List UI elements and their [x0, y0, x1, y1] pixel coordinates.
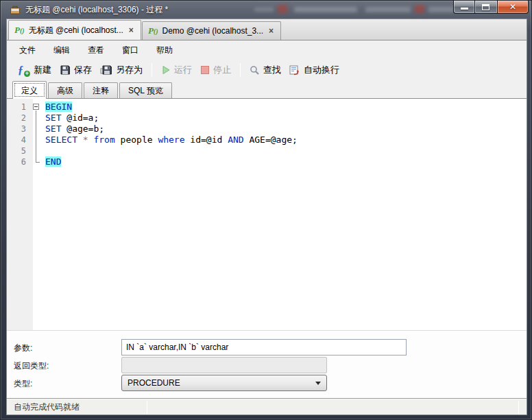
tab-comment[interactable]: 注释 — [84, 82, 118, 98]
status-bar: 自动完成代码就绪 — [7, 398, 527, 415]
function-new-icon: ƒ+ — [18, 65, 30, 76]
line-number: 1 — [7, 102, 33, 113]
type-dropdown[interactable]: PROCEDURE — [121, 375, 327, 391]
menu-window[interactable]: 窗口 — [113, 42, 147, 59]
close-icon: ✕ — [498, 2, 528, 12]
type-label: 类型: — [14, 378, 32, 390]
doc-tab-label: Demo @cehi (localhost_3... — [162, 26, 264, 36]
procedure-icon: P() — [148, 25, 158, 36]
toolbar-button-label: 自动换行 — [304, 64, 339, 76]
status-message: 自动完成代码就绪 — [7, 401, 80, 413]
fold-collapse-icon[interactable] — [33, 102, 45, 113]
run-button: 运行 — [157, 61, 196, 79]
menu-bar: 文件编辑查看窗口帮助 — [7, 41, 527, 59]
fold-guide-line — [33, 135, 45, 145]
client-area: P()无标题 @cehi (localhost...×P()Demo @cehi… — [6, 19, 527, 415]
menu-file[interactable]: 文件 — [10, 42, 45, 59]
param-input[interactable] — [121, 339, 407, 355]
fold-guide-line — [33, 113, 45, 124]
new-button[interactable]: ƒ+新建 — [14, 61, 56, 79]
status-divider — [147, 401, 147, 414]
save-as-button[interactable]: 另存为 — [96, 61, 147, 79]
find-button[interactable]: 查找 — [245, 61, 285, 79]
code-line[interactable]: 6END — [7, 156, 527, 167]
glass-blur-decoration — [365, 7, 411, 12]
save-button[interactable]: 保存 — [56, 61, 96, 79]
app-window: 无标题 @cehi (localhost_3306) - 过程 * ✕ P()无… — [0, 0, 532, 420]
run-icon — [161, 65, 171, 75]
menu-edit[interactable]: 编辑 — [45, 42, 79, 59]
stop-icon — [200, 65, 210, 75]
stop-button: 停止 — [196, 61, 235, 79]
code-text: SELECT * from people where id=@id AND AG… — [45, 135, 298, 145]
tab-definition[interactable]: 定义 — [12, 81, 47, 99]
tab-advanced[interactable]: 高级 — [48, 82, 82, 98]
toolbar-button-label: 查找 — [263, 64, 281, 76]
word-wrap-button[interactable]: 自动换行 — [285, 61, 343, 79]
tab-close-icon[interactable]: × — [128, 26, 135, 34]
sql-code-editor[interactable]: 1BEGIN2SET @id=a;3SET @age=b;4SELECT * f… — [7, 99, 527, 331]
toolbar-button-label: 运行 — [174, 64, 192, 76]
fold-guide-line — [33, 156, 45, 167]
return-type-label: 返回类型: — [14, 360, 49, 372]
search-icon — [250, 65, 260, 75]
line-number: 4 — [7, 135, 33, 145]
toolbar-button-label: 保存 — [74, 64, 92, 76]
code-text: SET @id=a; — [45, 113, 99, 124]
line-number: 3 — [7, 124, 33, 135]
toolbar-separator — [152, 63, 152, 77]
status-divider — [518, 401, 519, 414]
toolbar-button-label: 停止 — [213, 64, 231, 76]
title-bar[interactable]: 无标题 @cehi (localhost_3306) - 过程 * ✕ — [1, 1, 532, 19]
toolbar: ƒ+新建保存另存为运行停止查找自动换行 — [7, 59, 527, 81]
fold-guide-line — [33, 124, 45, 135]
menu-view[interactable]: 查看 — [79, 42, 113, 59]
chevron-down-icon — [315, 382, 321, 385]
doc-tab-untitled[interactable]: P()无标题 @cehi (localhost...× — [8, 20, 141, 40]
type-dropdown-value: PROCEDURE — [128, 378, 180, 388]
doc-tab-demo[interactable]: P()Demo @cehi (localhost_3...× — [142, 21, 281, 40]
tab-sql-preview[interactable]: SQL 预览 — [119, 82, 172, 98]
glass-blur-decoration — [428, 7, 455, 12]
glass-blur-decoration — [254, 8, 274, 12]
code-text: BEGIN — [45, 102, 72, 113]
tab-close-icon[interactable]: × — [267, 27, 275, 35]
window-title: 无标题 @cehi (localhost_3306) - 过程 * — [25, 4, 168, 16]
line-number: 5 — [7, 145, 33, 156]
code-text: SET @age=b; — [45, 124, 104, 135]
doc-tab-label: 无标题 @cehi (localhost... — [29, 25, 123, 36]
procedure-form: 参数: 返回类型: 类型: PROCEDURE — [7, 331, 527, 398]
save-icon — [60, 65, 71, 75]
code-text: END — [45, 156, 61, 167]
line-number: 2 — [7, 113, 33, 124]
document-tab-strip: P()无标题 @cehi (localhost...×P()Demo @cehi… — [7, 19, 527, 40]
minimize-icon — [461, 8, 468, 10]
window-controls: ✕ — [453, 1, 529, 14]
code-line[interactable]: 4SELECT * from people where id=@id AND A… — [7, 135, 527, 145]
glass-blur-decoration — [294, 7, 357, 12]
code-line[interactable]: 3SET @age=b; — [7, 124, 527, 135]
save-as-icon — [100, 65, 112, 75]
close-button[interactable]: ✕ — [497, 1, 529, 14]
toolbar-button-label: 另存为 — [116, 64, 143, 76]
toolbox-icon — [10, 4, 21, 15]
return-type-input — [121, 357, 327, 373]
procedure-icon: P() — [14, 25, 25, 36]
toolbar-button-label: 新建 — [34, 64, 51, 76]
param-label: 参数: — [14, 342, 32, 354]
code-line[interactable]: 2SET @id=a; — [7, 113, 527, 124]
menu-help[interactable]: 帮助 — [147, 42, 182, 59]
glass-blur-decoration — [415, 5, 424, 13]
code-line[interactable]: 5 — [7, 145, 527, 156]
editor-sub-tabs: 定义高级注释SQL 预览 — [7, 81, 527, 99]
toolbar-separator — [240, 63, 241, 77]
code-line[interactable]: 1BEGIN — [7, 102, 527, 113]
line-number: 6 — [7, 156, 33, 167]
fold-guide-line — [33, 145, 45, 156]
maximize-icon — [482, 4, 489, 10]
word-wrap-icon — [289, 65, 300, 75]
maximize-button[interactable] — [475, 1, 497, 14]
glass-blur-decoration — [278, 5, 287, 13]
minimize-button[interactable] — [453, 1, 475, 14]
